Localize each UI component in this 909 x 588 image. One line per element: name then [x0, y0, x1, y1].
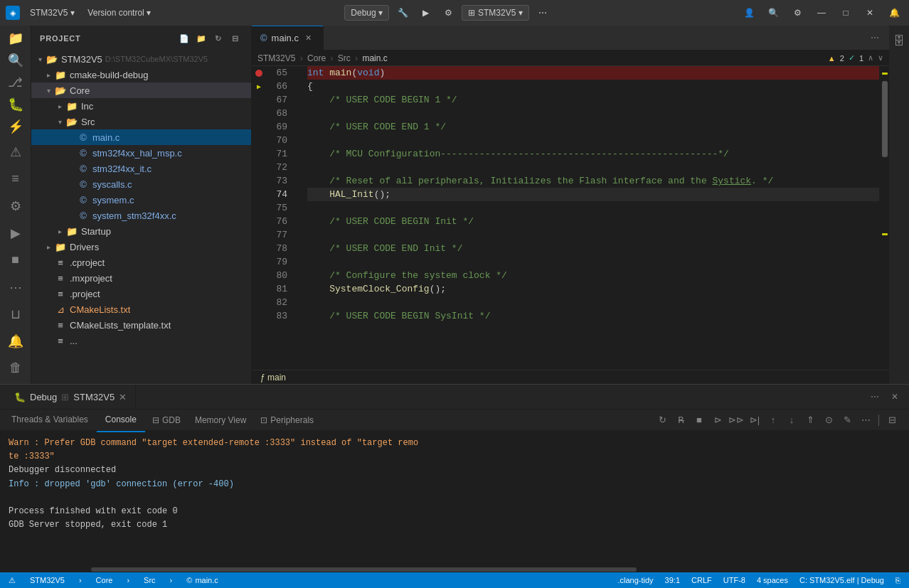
play-button[interactable]: ▶ — [416, 4, 435, 22]
tab-close-button[interactable]: ✕ — [303, 33, 314, 44]
tree-item-more[interactable]: ▸ ≡ ... — [31, 333, 251, 348]
new-file-icon[interactable]: 📄 — [177, 31, 191, 46]
search-icon[interactable]: 🔍 — [764, 4, 782, 22]
reset-icon[interactable]: R̶ — [672, 412, 689, 429]
tree-item-system-stm32[interactable]: © system_stm32f4xx.c — [31, 208, 251, 223]
extensions-icon[interactable]: ⚡ — [3, 116, 28, 137]
tab-console[interactable]: Console — [97, 407, 145, 432]
account-icon[interactable]: 👤 — [740, 4, 758, 22]
tree-item-drivers[interactable]: ▸ 📁 Drivers — [31, 239, 251, 255]
layout-icon[interactable]: ⊟ — [883, 412, 900, 429]
more-actions-icon[interactable]: ⋯ — [533, 4, 552, 22]
code-content[interactable]: int main(void) { /* USER CODE BEGIN 1 */… — [302, 66, 879, 370]
more-debug-icon[interactable]: ⋯ — [857, 412, 874, 429]
tree-item-startup[interactable]: ▸ 📁 Startup — [31, 223, 251, 239]
debug-icon[interactable]: 🐛 — [3, 94, 28, 114]
nav-up-icon[interactable]: ∧ — [868, 53, 873, 63]
gear-icon[interactable]: ⚙ — [788, 4, 807, 22]
tree-item-stm32v5[interactable]: ▾ 📂 STM32V5 D:\STM32CubeMX\STM32V5 — [31, 51, 251, 67]
tree-item-mxproject[interactable]: ▸ ≡ .mxproject — [31, 270, 251, 286]
tree-item-cmakelists[interactable]: ▸ ⊿ CMakeLists.txt — [31, 301, 251, 317]
collapse-icon[interactable]: ⊟ — [228, 31, 243, 46]
search-icon[interactable]: 🔍 — [3, 50, 28, 71]
tree-item-it-c[interactable]: © stm32f4xx_it.c — [31, 161, 251, 176]
stop-icon[interactable]: ■ — [691, 412, 708, 429]
nav-down-icon[interactable]: ∨ — [878, 53, 883, 63]
tree-item-cproject[interactable]: ▸ ≡ .cproject — [31, 255, 251, 270]
menu-stm32v5[interactable]: STM32V5 ▾ — [24, 5, 80, 21]
step-into-icon[interactable]: ⊳⊳ — [728, 412, 745, 429]
tree-item-sysmem[interactable]: © sysmem.c — [31, 192, 251, 208]
breadcrumb-src[interactable]: Src — [338, 53, 351, 63]
bell-icon[interactable]: 🔔 — [3, 328, 28, 354]
breadcrumb-core[interactable]: Core — [307, 53, 326, 63]
settings-icon[interactable]: ⚙ — [439, 4, 457, 22]
status-cursor-pos[interactable]: 39:1 — [662, 576, 683, 584]
status-indent[interactable]: 4 spaces — [754, 576, 791, 584]
sidebar-content[interactable]: ▾ 📂 STM32V5 D:\STM32CubeMX\STM32V5 ▸ 📁 c… — [31, 51, 251, 384]
status-build-target[interactable]: C: STM32V5.elf | Debug — [797, 576, 887, 584]
edit-icon[interactable]: ✎ — [839, 412, 856, 429]
status-sync-icon[interactable]: ⎘ — [893, 576, 903, 584]
database-icon[interactable]: 🗄 — [886, 28, 909, 54]
minimize-button[interactable]: — — [812, 4, 831, 22]
warning-icon[interactable]: ⚠ — [3, 139, 28, 165]
notification-icon[interactable]: 🔔 — [885, 4, 903, 22]
status-file[interactable]: © main.c — [184, 576, 221, 584]
restart-icon[interactable]: ↻ — [654, 412, 671, 429]
new-folder-icon[interactable]: 📁 — [194, 31, 208, 46]
tab-peripherals[interactable]: ⊡ Peripherals — [253, 410, 321, 431]
tab-threads-variables[interactable]: Threads & Variables — [3, 407, 97, 432]
tab-main-c[interactable]: © main.c ✕ — [252, 26, 324, 50]
breadcrumb-stm32v5[interactable]: STM32V5 — [257, 53, 295, 63]
step-out-icon[interactable]: ⊳| — [746, 412, 763, 429]
settings-icon[interactable]: ⚙ — [3, 193, 28, 219]
source-control-icon[interactable]: ⎇ — [3, 73, 28, 93]
panel-close-icon[interactable]: ✕ — [886, 388, 903, 405]
debug-scrollbar[interactable] — [0, 567, 909, 572]
debug-selector[interactable]: Debug ▾ — [344, 5, 389, 21]
trash-icon[interactable]: 🗑 — [3, 356, 28, 381]
run-icon[interactable]: ▶ — [3, 220, 28, 246]
tab-more-icon[interactable]: ⋯ — [866, 29, 883, 46]
step-up-icon[interactable]: ↑ — [765, 412, 782, 429]
step-down-icon[interactable]: ↓ — [783, 412, 800, 429]
status-warning-icon[interactable]: ⚠ — [6, 576, 18, 585]
record-icon[interactable]: ⊙ — [820, 412, 837, 429]
status-clang-tidy[interactable]: .clang-tidy — [615, 576, 656, 584]
list-icon[interactable]: ≡ — [3, 166, 28, 192]
tree-item-hal-msp[interactable]: © stm32f4xx_hal_msp.c — [31, 145, 251, 161]
code-editor[interactable]: ▶ 65 — [252, 66, 889, 370]
panel-more-icon[interactable]: ⋯ — [866, 388, 883, 405]
maximize-button[interactable]: □ — [836, 4, 855, 22]
tree-item-main-c[interactable]: © main.c — [31, 129, 251, 145]
menu-version-control[interactable]: Version control ▾ — [82, 5, 156, 21]
debug-session-tab[interactable]: 🐛 Debug ⊞ STM32V5 ✕ — [6, 385, 136, 410]
breadcrumb-file[interactable]: main.c — [362, 53, 387, 63]
terminal-icon[interactable]: ⊔ — [3, 301, 28, 327]
status-core[interactable]: Core — [93, 576, 116, 584]
status-src[interactable]: Src — [141, 576, 159, 584]
refresh-icon[interactable]: ↻ — [211, 31, 225, 46]
tree-item-inc[interactable]: ▸ 📁 Inc — [31, 98, 251, 114]
status-encoding[interactable]: UTF-8 — [721, 576, 748, 584]
target-selector[interactable]: ⊞ STM32V5 ▾ — [462, 5, 529, 21]
tree-item-syscalls[interactable]: © syscalls.c — [31, 176, 251, 192]
debug-session-close[interactable]: ✕ — [119, 392, 127, 402]
stop-icon[interactable]: ■ — [3, 247, 28, 273]
tree-item-core[interactable]: ▾ 📂 Core — [31, 82, 251, 98]
explorer-icon[interactable]: 📁 — [3, 28, 28, 49]
tab-gdb[interactable]: ⊟ GDB — [145, 410, 188, 431]
status-line-ending[interactable]: CRLF — [689, 576, 715, 584]
step-over-icon[interactable]: ⊳ — [709, 412, 726, 429]
tab-memory-view[interactable]: Memory View — [188, 410, 253, 431]
close-button[interactable]: ✕ — [861, 4, 879, 22]
breakpoint-icon[interactable] — [255, 70, 262, 77]
status-project[interactable]: STM32V5 — [27, 576, 68, 584]
tree-item-cmake-build[interactable]: ▸ 📁 cmake-build-debug — [31, 67, 251, 82]
more-icon[interactable]: ⋯ — [3, 274, 28, 300]
run-config-icon[interactable]: 🔧 — [393, 4, 412, 22]
tree-item-src[interactable]: ▾ 📂 Src — [31, 114, 251, 129]
step-up2-icon[interactable]: ⇑ — [802, 412, 819, 429]
editor-scrollbar[interactable] — [879, 66, 889, 370]
